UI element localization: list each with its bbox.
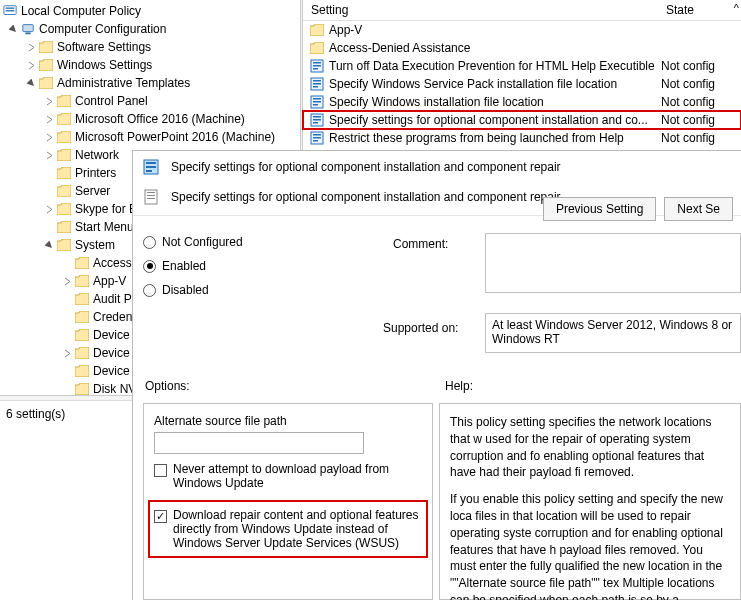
previous-setting-button[interactable]: Previous Setting xyxy=(543,197,656,221)
expand-toggle[interactable] xyxy=(24,61,38,70)
folder-icon xyxy=(309,22,325,38)
svg-rect-1 xyxy=(6,8,15,9)
list-header: Setting State^ xyxy=(303,0,741,21)
tree-computer-config[interactable]: Computer Configuration xyxy=(0,20,300,38)
svg-rect-19 xyxy=(313,119,321,121)
setting-icon xyxy=(309,94,325,110)
checkbox-icon xyxy=(154,510,167,523)
folder-icon xyxy=(38,57,54,73)
svg-rect-7 xyxy=(313,65,321,67)
radio-icon xyxy=(143,260,156,273)
expand-toggle[interactable] xyxy=(60,277,74,286)
list-row[interactable]: Access-Denied Assistance xyxy=(303,39,741,57)
radio-not-configured[interactable]: Not Configured xyxy=(143,235,243,249)
folder-icon xyxy=(74,363,90,379)
list-state: Not config xyxy=(661,113,741,127)
tree-label: Microsoft PowerPoint 2016 (Machine) xyxy=(75,130,275,144)
setting-icon xyxy=(309,58,325,74)
status-bar: 6 setting(s) xyxy=(0,400,132,427)
svg-rect-10 xyxy=(313,80,321,82)
svg-rect-12 xyxy=(313,86,318,88)
checkbox-wsus[interactable]: Download repair content and optional fea… xyxy=(150,502,426,556)
help-paragraph: If you enable this policy setting and sp… xyxy=(450,491,730,600)
alt-path-label: Alternate source file path xyxy=(154,414,422,428)
list-state: Not config xyxy=(661,131,741,145)
tree-item-windows-settings[interactable]: Windows Settings xyxy=(0,56,300,74)
expand-toggle[interactable] xyxy=(42,151,56,160)
list-label: Turn off Data Execution Prevention for H… xyxy=(329,59,661,73)
checkbox-label: Download repair content and optional fea… xyxy=(173,508,422,550)
svg-rect-8 xyxy=(313,68,318,70)
radio-icon xyxy=(143,284,156,297)
policy-root-icon xyxy=(2,3,18,19)
svg-rect-28 xyxy=(146,170,152,172)
expand-toggle[interactable] xyxy=(24,43,38,52)
list-label: Specify Windows installation file locati… xyxy=(329,95,661,109)
next-setting-button[interactable]: Next Se xyxy=(664,197,733,221)
expand-toggle[interactable] xyxy=(42,241,56,250)
tree-item-office[interactable]: Microsoft Office 2016 (Machine) xyxy=(0,110,300,128)
list-row[interactable]: App-V xyxy=(303,21,741,39)
expand-toggle[interactable] xyxy=(24,79,38,88)
tree-label: Local Computer Policy xyxy=(21,4,141,18)
tree-label: Device xyxy=(93,364,130,378)
list-state: Not config xyxy=(661,59,741,73)
svg-rect-20 xyxy=(313,122,318,124)
tree-label: Creden xyxy=(93,310,132,324)
supported-on-label: Supported on: xyxy=(383,321,458,335)
folder-icon xyxy=(38,39,54,55)
expand-toggle[interactable] xyxy=(42,97,56,106)
list-row[interactable]: Specify settings for optional component … xyxy=(303,111,741,129)
svg-rect-32 xyxy=(147,198,155,199)
folder-icon xyxy=(74,327,90,343)
policy-icon xyxy=(143,159,159,175)
dialog-title: Specify settings for optional component … xyxy=(171,160,561,174)
list-row[interactable]: Restrict these programs from being launc… xyxy=(303,129,741,147)
column-header-setting[interactable]: Setting xyxy=(303,0,658,20)
expand-toggle[interactable] xyxy=(42,115,56,124)
radio-label: Disabled xyxy=(162,283,209,297)
checkbox-never-download[interactable]: Never attempt to download payload from W… xyxy=(154,462,422,490)
tree-label: Windows Settings xyxy=(57,58,152,72)
radio-enabled[interactable]: Enabled xyxy=(143,259,243,273)
expand-toggle[interactable] xyxy=(6,25,20,34)
tree-item-control-panel[interactable]: Control Panel xyxy=(0,92,300,110)
expand-toggle[interactable] xyxy=(60,349,74,358)
column-header-state[interactable]: State^ xyxy=(658,0,741,20)
folder-icon xyxy=(56,237,72,253)
list-label: Specify Windows Service Pack installatio… xyxy=(329,77,661,91)
tree-item-powerpoint[interactable]: Microsoft PowerPoint 2016 (Machine) xyxy=(0,128,300,146)
radio-label: Not Configured xyxy=(162,235,243,249)
radio-disabled[interactable]: Disabled xyxy=(143,283,243,297)
list-row[interactable]: Turn off Data Execution Prevention for H… xyxy=(303,57,741,75)
folder-icon xyxy=(74,309,90,325)
svg-rect-3 xyxy=(23,25,34,32)
expand-toggle[interactable] xyxy=(42,205,56,214)
tree-label: Printers xyxy=(75,166,116,180)
svg-rect-14 xyxy=(313,98,321,100)
tree-label: Microsoft Office 2016 (Machine) xyxy=(75,112,245,126)
expand-toggle[interactable] xyxy=(42,133,56,142)
folder-icon xyxy=(56,183,72,199)
dialog-title-bar: Specify settings for optional component … xyxy=(133,151,741,183)
tree-root[interactable]: Local Computer Policy xyxy=(0,2,300,20)
folder-icon xyxy=(56,93,72,109)
tree-label: Access- xyxy=(93,256,136,270)
help-paragraph: This policy setting specifies the networ… xyxy=(450,414,730,481)
list-label: App-V xyxy=(329,23,661,37)
svg-rect-15 xyxy=(313,101,321,103)
comment-textarea[interactable] xyxy=(485,233,741,293)
folder-icon xyxy=(56,219,72,235)
svg-rect-16 xyxy=(313,104,318,106)
tree-item-software-settings[interactable]: Software Settings xyxy=(0,38,300,56)
tree-item-admin-templates[interactable]: Administrative Templates xyxy=(0,74,300,92)
list-row[interactable]: Specify Windows installation file locati… xyxy=(303,93,741,111)
tree-label: Start Menu xyxy=(75,220,134,234)
folder-icon xyxy=(74,273,90,289)
list-body[interactable]: App-VAccess-Denied AssistanceTurn off Da… xyxy=(303,21,741,147)
svg-rect-11 xyxy=(313,83,321,85)
alt-path-input[interactable] xyxy=(154,432,364,454)
policy-dialog: Specify settings for optional component … xyxy=(132,150,741,600)
list-row[interactable]: Specify Windows Service Pack installatio… xyxy=(303,75,741,93)
checkbox-label: Never attempt to download payload from W… xyxy=(173,462,422,490)
